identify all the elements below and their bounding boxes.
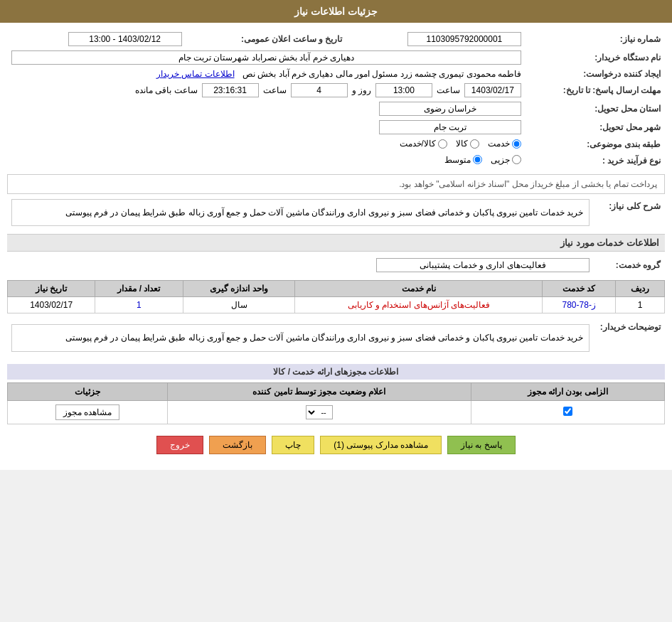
cell-vahed: سال — [183, 297, 295, 313]
col-elzami: الزامی بودن ارائه مجوز — [471, 382, 664, 400]
radio-jozii[interactable]: جزیی — [491, 155, 521, 165]
khadamat-table: ردیف کد خدمت نام خدمت واحد اندازه گیری ت… — [7, 280, 665, 313]
mohlat-label: مهلت ارسال پاسخ: تا تاریخ: — [526, 81, 665, 100]
noefarayand-label: نوع فرآیند خريد : — [526, 153, 665, 169]
modarek-button[interactable]: مشاهده مدارک پیوستی (1) — [320, 436, 442, 454]
cell-radif: 1 — [616, 297, 665, 313]
cell-kod: ز-78-780 — [543, 297, 616, 313]
footer-buttons: پاسخ به نیاز مشاهده مدارک پیوستی (1) چاپ… — [7, 427, 665, 463]
khadamat-section-title: اطلاعات خدمات مورد نیاز — [7, 234, 665, 252]
shomareNiaz-label: شماره نیاز: — [526, 30, 665, 48]
grohe-value: فعالیت‌های اداری و خدمات پشتیبانی — [376, 258, 590, 272]
pasokh-button[interactable]: پاسخ به نیاز — [447, 436, 516, 454]
cell-name: فعالیت‌های آژانس‌های استخدام و کاریابی — [295, 297, 543, 313]
sharhKoli-value: خريد خدمات تامين نيروی پاکبان و خدماتی ف… — [11, 199, 590, 226]
shahr-value: تربت جام — [379, 120, 521, 134]
chap-button[interactable]: چاپ — [272, 436, 314, 454]
etelaat-link[interactable]: اطلاعات تماس خریدار — [156, 69, 235, 79]
grohe-label: گروه خدمت: — [594, 256, 665, 274]
ostan-value: خراسان رضوی — [379, 102, 521, 116]
col-tedad: تعداد / مقدار — [95, 281, 183, 297]
radio-kala-khadmat[interactable]: کالا/خدمت — [400, 139, 447, 149]
mohlat-saat: 13:00 — [375, 83, 432, 97]
col-joziat: جزئیات — [8, 382, 168, 400]
saat-label: ساعت — [437, 85, 460, 95]
eelam-select[interactable]: -- — [306, 405, 333, 419]
bazgasht-button[interactable]: بازگشت — [209, 436, 266, 454]
shomareNiaz-value: 1103095792000001 — [407, 32, 521, 46]
ijadKonande-value: فاطمه محمودی تیموری چشمه زرد مسئول امور … — [242, 69, 521, 79]
joziat-cell[interactable]: مشاهده مجوز — [8, 400, 168, 424]
radio-khadmat[interactable]: خدمت — [488, 139, 521, 149]
saat-label2: ساعت — [263, 85, 287, 95]
shahr-label: شهر محل تحویل: — [526, 118, 665, 136]
notice-box: پرداخت تمام يا بخشی از مبلغ خريداز محل "… — [7, 174, 665, 194]
cell-tedad: 1 — [95, 297, 183, 313]
page-header: جزئیات اطلاعات نیاز — [0, 0, 672, 23]
eelam-select-cell[interactable]: -- — [167, 400, 471, 424]
sharhKoli-label: شرح کلی نیاز: — [594, 197, 665, 228]
namDastgah-label: نام دستگاه خریدار: — [526, 48, 665, 67]
tarikhElan-label: تاریخ و ساعت اعلان عمومی: — [186, 30, 347, 48]
ostan-label: استان محل تحویل: — [526, 100, 665, 118]
mojoz-table: الزامی بودن ارائه مجوز اعلام وضعیت مجوز … — [7, 382, 665, 424]
radio-kala[interactable]: کالا — [456, 139, 479, 149]
khorooj-button[interactable]: خروج — [156, 436, 203, 454]
page-title: جزئیات اطلاعات نیاز — [294, 6, 378, 17]
view-mojoz-button[interactable]: مشاهده مجوز — [55, 404, 119, 420]
mohlat-date: 1403/02/17 — [464, 83, 521, 97]
mojoz-row: -- مشاهده مجوز — [8, 400, 665, 424]
mohlat-remaining-time: 23:16:31 — [202, 83, 259, 97]
col-kod: کد خدمت — [543, 281, 616, 297]
table-row: 1 ز-78-780 فعالیت‌های آژانس‌های استخدام … — [8, 297, 665, 313]
elzami-checkbox — [471, 400, 664, 424]
namDastgah-value: دهیاری خرم آباد بخش نصراباد شهرستان تربت… — [11, 50, 521, 65]
tabaqe-label: طبقه بندی موضوعی: — [526, 136, 665, 153]
mohlat-roz: 4 — [291, 83, 348, 97]
ijadKonande-label: ایجاد کننده درخواست: — [526, 67, 665, 81]
col-name: نام خدمت — [295, 281, 543, 297]
radio-motavaset[interactable]: متوسط — [444, 155, 482, 165]
tawzih-value: خريد خدمات تامين نيروی پاکبان و خدماتی ف… — [11, 324, 590, 351]
mojoz-section-title: اطلاعات مجوزهای ارائه خدمت / کالا — [7, 364, 665, 380]
col-eelam: اعلام وضعیت مجوز توسط تامین کننده — [167, 382, 471, 400]
tawzih-label: توضیحات خریدار: — [594, 318, 665, 358]
roz-label: روز و — [352, 85, 371, 95]
col-vahed: واحد اندازه گیری — [183, 281, 295, 297]
col-tarikh: تاریخ نیاز — [8, 281, 95, 297]
baqi-label: ساعت باقی مانده — [135, 85, 198, 95]
tarikhElan-value: 1403/02/12 - 13:00 — [68, 32, 182, 46]
col-radif: ردیف — [616, 281, 665, 297]
cell-tarikh: 1403/02/17 — [8, 297, 95, 313]
